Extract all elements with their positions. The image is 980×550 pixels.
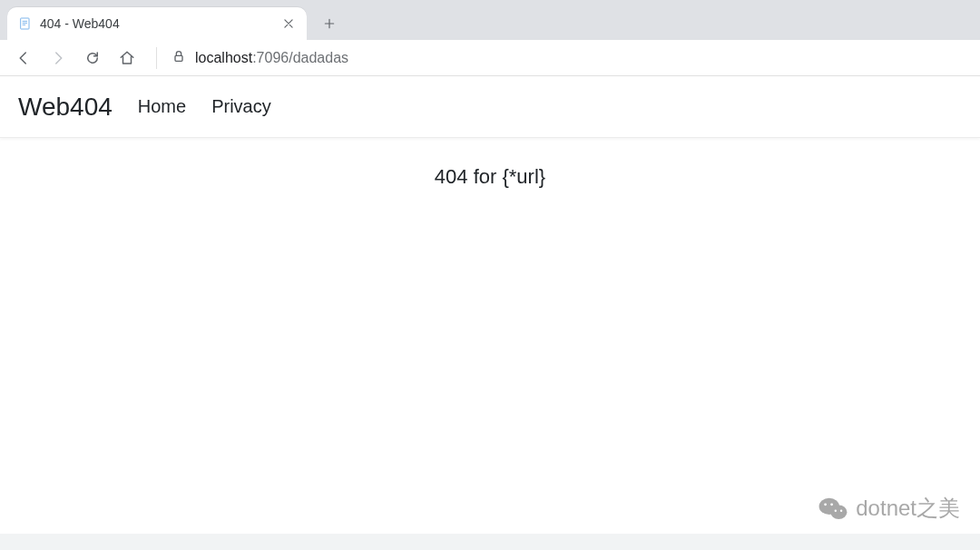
nav-link-privacy[interactable]: Privacy <box>211 96 271 117</box>
svg-rect-0 <box>21 18 29 29</box>
watermark: dotnet之美 <box>818 494 960 523</box>
new-tab-button[interactable] <box>316 10 343 37</box>
site-navbar: Web404 Home Privacy <box>0 76 980 138</box>
wechat-icon <box>818 496 848 521</box>
tab-title: 404 - Web404 <box>40 16 281 31</box>
brand[interactable]: Web404 <box>18 93 113 122</box>
address-path: :7096/dadadas <box>252 50 348 65</box>
browser-toolbar: localhost:7096/dadadas <box>0 40 980 76</box>
svg-point-7 <box>840 510 842 512</box>
back-button[interactable] <box>13 47 34 69</box>
svg-point-4 <box>824 503 827 506</box>
svg-point-3 <box>830 506 847 519</box>
address-bar[interactable]: localhost:7096/dadadas <box>172 44 967 72</box>
address-host: localhost <box>195 50 252 65</box>
browser-tab[interactable]: 404 - Web404 <box>7 7 307 40</box>
lock-icon <box>172 49 186 67</box>
toolbar-separator <box>156 47 157 69</box>
address-url: localhost:7096/dadadas <box>195 50 348 66</box>
bottom-strip <box>0 534 980 550</box>
watermark-text: dotnet之美 <box>856 494 960 523</box>
error-message: 404 for {*url} <box>0 165 980 189</box>
reload-button[interactable] <box>82 47 103 69</box>
forward-button[interactable] <box>47 47 69 69</box>
close-icon[interactable] <box>281 16 296 31</box>
browser-tabstrip: 404 - Web404 <box>0 0 980 40</box>
home-button[interactable] <box>116 47 138 69</box>
svg-point-5 <box>830 503 833 506</box>
svg-rect-1 <box>175 55 182 61</box>
page-body: Web404 Home Privacy 404 for {*url} dotne… <box>0 76 980 534</box>
page-icon <box>18 16 33 31</box>
nav-link-home[interactable]: Home <box>138 96 186 117</box>
svg-point-6 <box>835 510 837 512</box>
page-content: 404 for {*url} <box>0 138 980 189</box>
